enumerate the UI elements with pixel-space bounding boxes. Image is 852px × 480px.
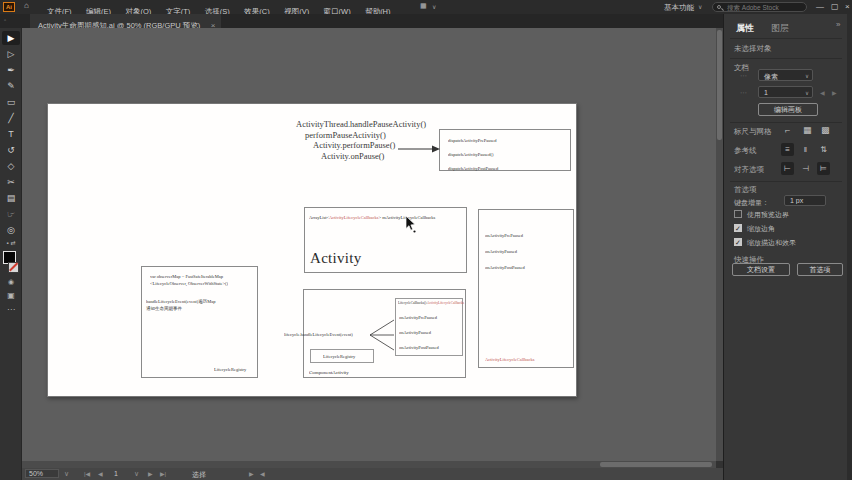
keyboard-increment-input[interactable] xyxy=(784,195,826,206)
units-chevron-icon: ∨ xyxy=(805,73,809,79)
scale-corners-checkbox[interactable]: ✓ xyxy=(734,224,742,232)
scissors-tool[interactable]: ✂ xyxy=(2,175,20,189)
last-artboard-icon[interactable]: ▶| xyxy=(160,470,166,477)
document-tab[interactable]: Activity生命周期感知.ai @ 50% (RGB/GPU 预览) × xyxy=(30,14,221,28)
illustrator-logo-icon: Ai xyxy=(3,2,15,12)
status-prev-icon[interactable]: ◀ xyxy=(260,470,265,477)
scale-tool[interactable]: ◇ xyxy=(2,159,20,173)
home-icon[interactable]: ⌂ xyxy=(24,1,29,10)
artboard-dropdown-chevron-icon: ∨ xyxy=(805,90,809,96)
workspace-dropdown-chevron-icon: ∨ xyxy=(698,3,702,10)
screen-mode-icon[interactable]: ▣ xyxy=(2,291,20,300)
panel-collapse-icon[interactable]: » xyxy=(836,20,840,29)
restore-button[interactable]: ▢ xyxy=(831,2,839,11)
units-value: 像素 xyxy=(764,72,778,82)
pen-tool[interactable]: ✒ xyxy=(2,63,20,77)
zoom-chevron-icon[interactable]: ∨ xyxy=(64,470,69,478)
search-icon xyxy=(717,5,721,9)
tab-layers[interactable]: 图层 xyxy=(771,22,789,35)
snap-to-grid-toggle[interactable]: ⊢ xyxy=(781,162,794,175)
document-setup-button[interactable]: 文档设置 xyxy=(732,263,790,276)
workspace-switcher-chevron-icon: ∨ xyxy=(432,3,436,10)
tab-properties[interactable]: 属性 xyxy=(736,22,754,35)
rotate-tool[interactable]: ↺ xyxy=(2,143,20,157)
artboard[interactable]: ActivityThread.handlePauseActivity() per… xyxy=(47,103,577,397)
show-rulers-icon[interactable]: ⌐ xyxy=(785,125,790,135)
horizontal-scrollbar-thumb[interactable] xyxy=(600,462,712,467)
status-play-icon[interactable]: ▶ xyxy=(249,470,254,477)
first-artboard-icon[interactable]: |◀ xyxy=(84,470,90,477)
stock-search-box[interactable] xyxy=(712,2,807,12)
stroke-color-swatch[interactable] xyxy=(8,262,19,273)
scale-corners-label: 缩放边角 xyxy=(747,224,775,234)
mouse-cursor-icon xyxy=(406,216,416,233)
scale-strokes-effects-checkbox[interactable]: ✓ xyxy=(734,238,742,246)
illustrator-window: Ai ⌂ 文件(F) 编辑(E) 对象(O) 文字(T) 选择(S) 效果(C)… xyxy=(0,0,852,480)
selection-tool[interactable]: ▶ xyxy=(2,31,20,45)
vertical-scrollbar[interactable] xyxy=(716,28,723,461)
rectangle-tool[interactable]: ▭ xyxy=(2,95,20,109)
rulers-grids-label: 标尺与网格 xyxy=(734,127,772,137)
smart-guides-toggle[interactable]: ⇅ xyxy=(817,143,830,156)
panel-dock-strip xyxy=(847,14,852,480)
artboard-dropdown[interactable]: 1 ∨ xyxy=(758,86,813,98)
line-segment-tool[interactable]: ╱ xyxy=(2,111,20,125)
vertical-scrollbar-thumb[interactable] xyxy=(717,30,722,140)
workspace-dropdown[interactable]: 基本功能 xyxy=(664,3,694,13)
snap-to-point-toggle[interactable]: ⊣ xyxy=(799,162,812,175)
canvas-pasteboard[interactable]: ActivityThread.handlePauseActivity() per… xyxy=(22,28,716,461)
color-mode-icon[interactable]: ◉ xyxy=(2,278,20,286)
type-tool[interactable]: T xyxy=(2,127,20,141)
properties-panel: 属性 图层 » 未选择对象 文档 ⋯ 像素 ∨ ⋯ 1 ∨ ◀ ▶ 编辑画板 标… xyxy=(723,14,852,480)
hand-tool[interactable]: ☞ xyxy=(2,207,20,221)
show-guides-toggle[interactable]: ≡ xyxy=(781,143,794,156)
previous-artboard-icon[interactable]: ◀ xyxy=(98,470,103,477)
no-selection-label: 未选择对象 xyxy=(734,44,772,54)
edit-toolbar-ellipsis-icon[interactable]: ⋯ xyxy=(2,305,20,314)
artboard-tool[interactable]: ▤ xyxy=(2,191,20,205)
transparency-grid-icon[interactable]: ▩ xyxy=(821,125,830,135)
horizontal-scrollbar[interactable] xyxy=(22,461,716,468)
edit-artboards-button[interactable]: 编辑画板 xyxy=(758,103,818,116)
status-bar: 50% ∨ |◀ ◀ 1 ∨ ▶ ▶| 选择 ▶ ◀ xyxy=(22,468,723,480)
minimize-button[interactable]: — xyxy=(816,2,824,11)
use-preview-bounds-label: 使用预览边界 xyxy=(747,210,789,220)
use-preview-bounds-checkbox[interactable] xyxy=(734,210,742,218)
tools-panel: ▶ ▷ ✒ ✎ ▭ ╱ T ↺ ◇ ✂ ▤ ☞ ◎ ▪ ⇄ ◉ ▣ ⋯ xyxy=(0,28,22,480)
artboard-number-field[interactable]: 1 xyxy=(114,470,118,477)
curvature-tool[interactable]: ✎ xyxy=(2,79,20,93)
units-dropdown[interactable]: 像素 ∨ xyxy=(758,69,813,81)
guides-label: 参考线 xyxy=(734,146,757,156)
workspace-switcher-icon[interactable]: ▦ xyxy=(420,2,427,10)
default-swatches-icon[interactable]: ▪ ⇄ xyxy=(2,239,20,246)
diagram-connectors xyxy=(48,104,578,398)
zoom-level-value: 50% xyxy=(29,470,43,477)
preferences-section-label: 首选项 xyxy=(734,185,757,195)
status-tool-label: 选择 xyxy=(192,470,206,480)
keyboard-increment-label: 键盘增量： xyxy=(734,198,769,208)
artboard-dropdown-value: 1 xyxy=(764,89,768,96)
artboard-select-icon: ⋯ xyxy=(740,89,747,97)
scale-strokes-effects-label: 缩放描边和效果 xyxy=(747,238,796,248)
next-artboard-icon[interactable]: ▶ xyxy=(148,470,153,477)
title-bar: Ai ⌂ 文件(F) 编辑(E) 对象(O) 文字(T) 选择(S) 效果(C)… xyxy=(0,0,852,14)
units-icon: ⋯ xyxy=(740,72,747,80)
preferences-button[interactable]: 首选项 xyxy=(797,263,843,276)
show-grid-icon[interactable]: ▦ xyxy=(803,125,812,135)
direct-selection-tool[interactable]: ▷ xyxy=(2,47,20,61)
close-window-button[interactable]: × xyxy=(845,2,850,11)
tabbar-corner-icon: ▫ xyxy=(4,17,6,23)
search-input[interactable] xyxy=(727,4,805,11)
prev-artboard-arrow-icon[interactable]: ◀ xyxy=(820,89,825,96)
zoom-tool[interactable]: ◎ xyxy=(2,223,20,237)
next-artboard-arrow-icon[interactable]: ▶ xyxy=(832,89,837,96)
snap-options-label: 对齐选项 xyxy=(734,165,764,175)
artboard-chevron-icon[interactable]: ∨ xyxy=(134,470,139,478)
lock-guides-toggle[interactable]: ‖ xyxy=(799,143,812,156)
document-tab-bar: ▫ Activity生命周期感知.ai @ 50% (RGB/GPU 预览) × xyxy=(0,14,723,28)
snap-to-pixel-toggle[interactable]: ⊨ xyxy=(817,162,830,175)
